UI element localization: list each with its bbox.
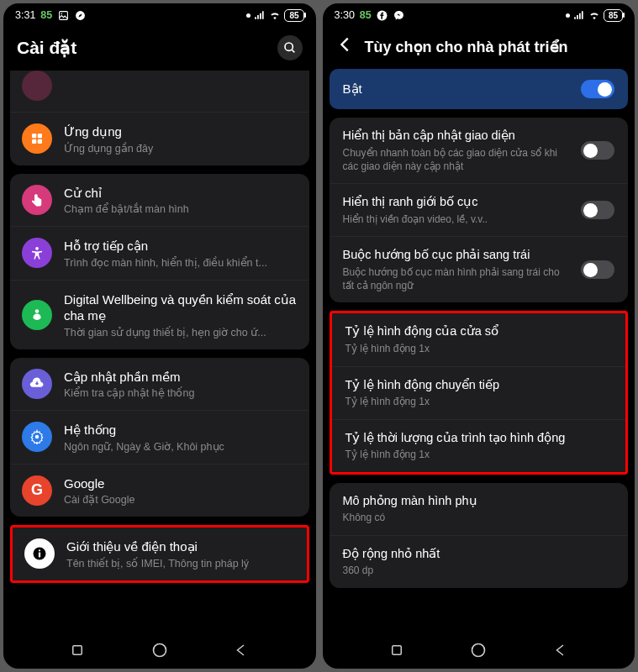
battery-icon: 85 bbox=[284, 9, 303, 22]
nav-back[interactable] bbox=[234, 643, 249, 661]
row-title: Mô phỏng màn hình phụ bbox=[343, 493, 615, 509]
row-sub: Tỷ lệ hình động 1x bbox=[345, 448, 613, 461]
header: Cài đặt bbox=[3, 27, 316, 71]
row-sub: Ngôn ngữ, Ngày & Giờ, Khôi phục bbox=[64, 440, 298, 453]
dev-row-rtl[interactable]: Buộc hướng bố cục phải sang trái Buộc hư… bbox=[330, 236, 629, 302]
svg-point-3 bbox=[285, 43, 293, 50]
phone-settings: 3:31 85 85 Cài đặt bbox=[3, 3, 316, 669]
svg-point-13 bbox=[39, 549, 40, 551]
dev-row-surface-updates[interactable]: Hiển thị bản cập nhật giao diện Chuyển n… bbox=[330, 118, 629, 183]
svg-rect-5 bbox=[32, 134, 36, 138]
dev-row-transition-anim[interactable]: Tỷ lệ hình động chuyển tiếp Tỷ lệ hình đ… bbox=[332, 366, 626, 419]
page-title: Cài đặt bbox=[17, 38, 267, 58]
toggle[interactable] bbox=[581, 141, 614, 160]
phone-developer-options: 3:30 85 85 Tùy chọn cho nhà phát triển B… bbox=[323, 3, 635, 669]
svg-rect-14 bbox=[39, 553, 40, 558]
row-sub: Ứng dụng gần đây bbox=[64, 142, 298, 155]
google-icon: G bbox=[22, 475, 52, 506]
back-button[interactable] bbox=[336, 35, 355, 59]
dev-row-animator-duration[interactable]: Tỷ lệ thời lượng của trình tạo hình động… bbox=[332, 419, 626, 472]
row-sub: 360 dp bbox=[343, 564, 615, 577]
svg-point-9 bbox=[35, 247, 39, 250]
gesture-icon bbox=[22, 185, 52, 215]
row-title: Tỷ lệ hình động chuyển tiếp bbox=[345, 377, 613, 393]
wellbeing-icon bbox=[22, 300, 52, 330]
signal-icon bbox=[254, 9, 266, 21]
update-icon bbox=[22, 369, 52, 399]
row-sub: Chạm để bật/tắt màn hình bbox=[64, 202, 298, 215]
row-sub: Chuyển nhanh toàn bộ các giao diện cửa s… bbox=[343, 146, 572, 173]
nav-recent[interactable] bbox=[70, 643, 85, 661]
dev-enable-bar[interactable]: Bật bbox=[330, 69, 629, 109]
nav-bar bbox=[3, 635, 316, 669]
row-sub: Không có bbox=[343, 511, 615, 524]
row-title: Hệ thống bbox=[64, 422, 298, 438]
dot-icon bbox=[566, 13, 570, 18]
row-title: Giới thiệu về điện thoại bbox=[66, 538, 295, 555]
status-time: 3:31 bbox=[15, 9, 35, 21]
wifi-icon bbox=[588, 9, 600, 21]
row-sub: Cài đặt Google bbox=[64, 493, 298, 506]
accessibility-icon bbox=[22, 238, 52, 268]
settings-row-apps[interactable]: Ứng dụng Ứng dụng gần đây bbox=[10, 112, 309, 165]
settings-row-accessibility[interactable]: Hỗ trợ tiếp cận Trình đọc màn hình, hiển… bbox=[10, 226, 309, 280]
settings-row-google[interactable]: G Google Cài đặt Google bbox=[10, 464, 309, 517]
row-sub: Thời gian sử dụng thiết bị, hẹn giờ cho … bbox=[64, 326, 298, 339]
row-title: Ứng dụng bbox=[64, 123, 298, 140]
settings-list[interactable]: Ứng dụng Ứng dụng gần đây Cử chỉ Chạm để… bbox=[3, 71, 316, 635]
row-sub: Kiểm tra cập nhật hệ thống bbox=[64, 386, 298, 399]
messenger-icon bbox=[393, 9, 405, 21]
page-title: Tùy chọn cho nhà phát triển bbox=[365, 38, 622, 56]
nav-recent[interactable] bbox=[389, 643, 404, 661]
battery-icon: 85 bbox=[604, 9, 623, 22]
row-title: Hỗ trợ tiếp cận bbox=[64, 238, 298, 255]
row-title: Buộc hướng bố cục phải sang trái bbox=[343, 247, 572, 263]
nav-bar bbox=[323, 635, 635, 669]
row-title: Độ rộng nhỏ nhất bbox=[343, 546, 615, 562]
row-title: Cập nhật phần mềm bbox=[64, 369, 298, 386]
svg-line-4 bbox=[292, 50, 294, 52]
nav-home[interactable] bbox=[470, 642, 487, 662]
svg-point-19 bbox=[472, 644, 485, 657]
row-sub: Tỷ lệ hình động 1x bbox=[345, 395, 613, 408]
status-num: 85 bbox=[360, 9, 372, 21]
row-title: Hiển thị ranh giới bố cục bbox=[343, 194, 572, 210]
status-time: 3:30 bbox=[335, 9, 355, 21]
dot-icon bbox=[246, 13, 250, 18]
search-icon bbox=[283, 41, 297, 55]
status-bar: 3:31 85 85 bbox=[3, 3, 316, 27]
svg-rect-0 bbox=[59, 11, 67, 19]
image-icon bbox=[57, 9, 69, 21]
row-title: Digital Wellbeing và quyền kiểm soát của… bbox=[64, 291, 298, 324]
nav-back[interactable] bbox=[553, 643, 568, 661]
dev-options-list[interactable]: Hiển thị bản cập nhật giao diện Chuyển n… bbox=[323, 118, 635, 635]
dev-row-secondary-display[interactable]: Mô phỏng màn hình phụ Không có bbox=[330, 483, 629, 535]
svg-point-11 bbox=[35, 435, 40, 439]
svg-rect-7 bbox=[32, 139, 36, 144]
dev-row-window-anim[interactable]: Tỷ lệ hình động của cửa sổ Tỷ lệ hình độ… bbox=[332, 313, 626, 365]
status-num: 85 bbox=[40, 9, 52, 21]
settings-row[interactable] bbox=[10, 71, 309, 112]
enable-toggle[interactable] bbox=[581, 80, 614, 98]
dev-row-layout-bounds[interactable]: Hiển thị ranh giới bố cục Hiển thị viền … bbox=[330, 183, 629, 236]
row-title: Tỷ lệ thời lượng của trình tạo hình động bbox=[345, 430, 613, 446]
settings-row-wellbeing[interactable]: Digital Wellbeing và quyền kiểm soát của… bbox=[10, 280, 309, 349]
settings-row-gestures[interactable]: Cử chỉ Chạm để bật/tắt màn hình bbox=[10, 174, 309, 227]
system-icon bbox=[22, 422, 52, 452]
nav-home[interactable] bbox=[151, 642, 168, 662]
svg-point-1 bbox=[61, 13, 62, 14]
facebook-icon bbox=[377, 9, 388, 21]
toggle[interactable] bbox=[581, 201, 614, 219]
svg-point-10 bbox=[35, 309, 40, 313]
settings-row-system[interactable]: Hệ thống Ngôn ngữ, Ngày & Giờ, Khôi phục bbox=[10, 410, 309, 464]
search-button[interactable] bbox=[277, 35, 303, 60]
toggle[interactable] bbox=[581, 260, 614, 279]
svg-rect-18 bbox=[393, 646, 402, 655]
settings-row-update[interactable]: Cập nhật phần mềm Kiểm tra cập nhật hệ t… bbox=[10, 358, 309, 411]
row-title: Google bbox=[64, 475, 298, 492]
dev-row-smallest-width[interactable]: Độ rộng nhỏ nhất 360 dp bbox=[330, 535, 629, 588]
header: Tùy chọn cho nhà phát triển bbox=[323, 27, 635, 69]
row-title: Cử chỉ bbox=[64, 185, 298, 202]
settings-row-about-phone[interactable]: Giới thiệu về điện thoại Tên thiết bị, s… bbox=[13, 528, 307, 580]
status-bar: 3:30 85 85 bbox=[323, 3, 635, 27]
